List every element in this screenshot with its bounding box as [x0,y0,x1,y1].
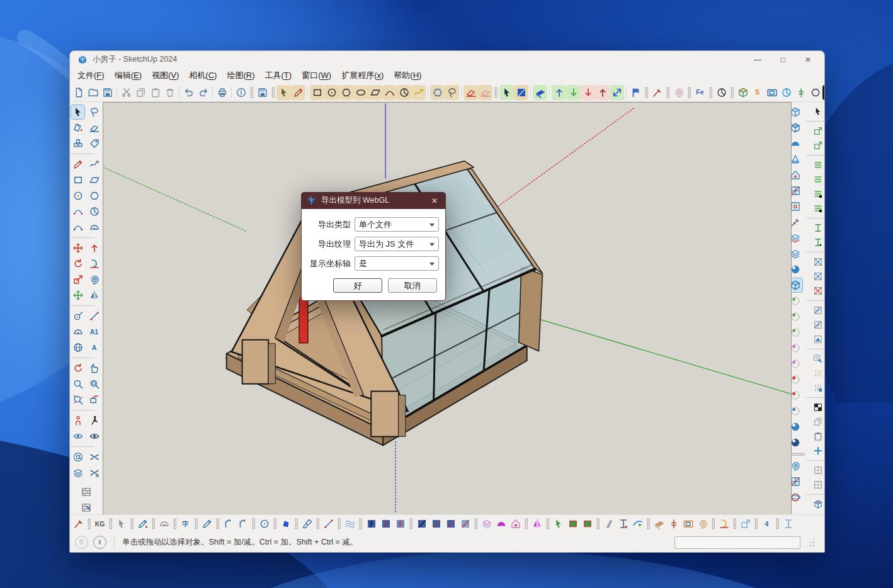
tool-arrow-3d[interactable] [114,516,128,531]
tool-edge-check[interactable] [321,516,336,531]
tool-rotate[interactable] [71,256,85,271]
tool-rectangle[interactable] [71,172,85,188]
tool-freehand[interactable] [87,157,101,172]
tool-dashed-circle[interactable] [257,516,271,531]
tool-square-green[interactable] [566,516,580,531]
tool-fredo-text[interactable]: Fe [693,85,707,100]
tool-axes[interactable] [71,340,85,355]
export-texture-select[interactable]: 导出为 JS 文件 [355,237,439,251]
tool-undo[interactable] [181,85,196,100]
tool-shell-pink[interactable] [671,85,686,100]
tool-sphere-split[interactable] [792,262,803,277]
tool-ibeam-dots[interactable] [616,516,630,531]
tool-scale-down-box[interactable] [811,139,824,152]
tool-tree-structure[interactable] [666,516,681,531]
resize-grip[interactable] [805,538,816,548]
tool-window-grid-2[interactable] [811,318,824,332]
tool-slash-black[interactable] [414,516,429,531]
tool-cross-move-blue[interactable] [811,444,824,458]
tool-delete[interactable] [162,85,177,100]
tool-four-blue[interactable]: 4 [759,516,774,531]
tool-house-roof-up[interactable] [508,516,523,531]
menu-item-绘图[interactable]: 绘图(R) [222,69,259,82]
tool-slash-light[interactable] [458,516,472,531]
tool-box-lift[interactable] [792,167,803,183]
tool-frame-diag-blue[interactable] [811,269,824,283]
tool-broom-clean[interactable] [300,516,314,531]
tool-scale-up-box[interactable] [811,124,824,138]
tool-rotated-rectangle[interactable] [87,172,101,188]
tool-select-squares[interactable] [811,105,824,118]
tool-rows-stack-2[interactable] [811,172,824,186]
tool-components[interactable] [71,136,85,151]
tool-square-green-dots[interactable] [580,516,594,531]
tool-fill-blue[interactable] [514,85,528,100]
tool-orbit-ring[interactable] [792,490,803,505]
tool-rubik-cube[interactable] [792,120,803,135]
tool-wedge-tan[interactable] [652,516,666,531]
tool-lower-down[interactable] [566,85,581,100]
tool-pen-red-dot[interactable] [135,516,150,531]
menu-item-文件[interactable]: 文件(F) [72,69,110,82]
menu-item-帮助[interactable]: 帮助(H) [389,69,426,82]
tool-panel-mark[interactable] [792,199,803,214]
tool-open-file[interactable] [86,85,100,100]
tool-round-edge-dome[interactable] [792,388,803,403]
tool-rows-stack[interactable] [811,158,824,172]
tool-eraser-hard[interactable] [464,85,478,100]
tool-frame-cross[interactable] [811,255,824,269]
tool-sharp-corner-flag[interactable] [792,356,803,371]
tool-round-edge-wedge[interactable] [792,372,803,387]
geolocation-icon[interactable] [75,536,88,549]
tool-rock-texture[interactable] [811,381,824,395]
tool-material-wall[interactable] [79,484,94,499]
tool-select[interactable] [71,105,85,120]
tool-shell-tan[interactable] [695,516,710,531]
tool-arc-2pt[interactable] [71,204,85,219]
measurement-input[interactable] [674,536,800,549]
tool-zoom-extents[interactable] [71,392,85,407]
tool-copy[interactable] [134,85,148,100]
tool-hex-pair[interactable] [808,85,822,100]
tool-sphere-select[interactable] [792,404,803,419]
tool-grid-red-blue[interactable] [792,474,803,489]
tool-fold-plain[interactable] [792,246,803,261]
tool-text-3d[interactable]: A [87,340,101,355]
close-button[interactable]: ✕ [795,52,821,67]
tool-wedge-split[interactable] [533,85,547,100]
tool-redo[interactable] [196,85,210,100]
tool-nautilus-shell[interactable] [792,458,803,473]
tool-box-window-orange[interactable] [681,516,695,531]
tool-rows-add[interactable] [811,187,824,201]
tool-geo-locate[interactable] [71,449,85,465]
tool-surface-arc[interactable] [157,516,171,531]
tool-sword-cut[interactable] [792,215,803,230]
tool-text[interactable]: A1 [87,324,101,339]
dialog-close-icon[interactable]: ✕ [429,196,440,205]
tool-window-grid[interactable] [811,303,824,317]
tool-multi-move[interactable] [71,288,85,303]
tool-protractor[interactable] [71,324,85,339]
tool-fold-red[interactable] [792,230,803,246]
tool-select-sheet[interactable] [276,85,291,100]
tool-bolt-black[interactable] [364,516,378,531]
claim-credit-icon[interactable] [93,536,106,549]
tool-joist-beam[interactable] [811,221,824,235]
tool-weight-kg[interactable]: KG [93,516,107,531]
tool-move-face[interactable] [499,85,514,100]
menu-item-视图[interactable]: 视图(V) [147,69,184,82]
tool-grid-cubes[interactable] [811,352,824,366]
tool-solid-blob[interactable] [278,516,293,531]
menu-item-窗口[interactable]: 窗口(W) [297,69,336,82]
tool-scale[interactable] [71,272,85,287]
export-type-select[interactable]: 单个文件 [355,217,439,232]
tool-tiles-red-edge[interactable] [792,183,803,198]
tool-compass-tool[interactable] [714,85,729,100]
tool-angle-arrow[interactable] [236,516,250,531]
tool-plank-gray[interactable] [601,516,616,531]
tool-poly-blue[interactable] [430,85,445,100]
tool-cut[interactable] [119,85,134,100]
cancel-button[interactable]: 取消 [388,278,437,293]
tool-parallelogram[interactable] [368,85,382,100]
tool-sphere-axes[interactable] [792,105,803,120]
